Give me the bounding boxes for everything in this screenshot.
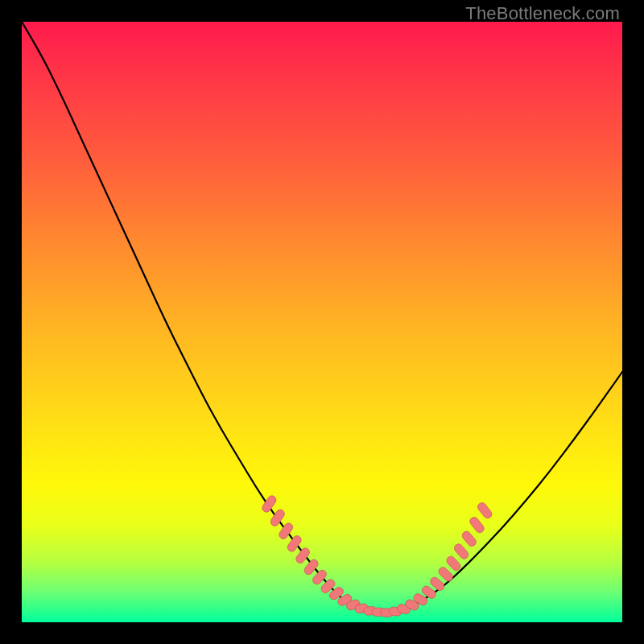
data-marker [445,555,462,572]
plot-area [22,22,622,622]
data-marker [452,543,470,561]
curve-layer [22,22,622,613]
chart-svg [22,22,622,622]
bottleneck-curve [22,22,622,613]
chart-frame: TheBottleneck.com [0,0,644,644]
data-marker [460,530,477,548]
data-marker [295,547,312,565]
data-marker [476,501,493,519]
marker-layer [261,494,493,617]
data-marker [469,515,486,534]
watermark-text: TheBottleneck.com [465,3,620,24]
